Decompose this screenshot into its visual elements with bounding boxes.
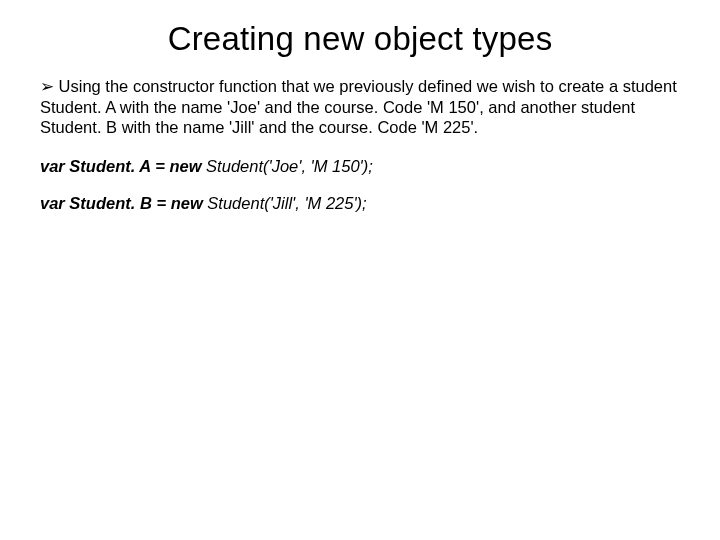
slide: Creating new object types ➢ Using the co… — [0, 0, 720, 540]
bullet-item: ➢ Using the constructor function that we… — [40, 76, 680, 138]
code-line: var Student. A = new Student('Joe', 'M 1… — [40, 156, 680, 177]
bullet-icon: ➢ — [40, 77, 54, 95]
bullet-text: Using the constructor function that we p… — [40, 77, 677, 136]
slide-title: Creating new object types — [40, 20, 680, 58]
code-rest: Student('Jill', 'M 225'); — [207, 194, 366, 212]
code-lead: var Student. A = new — [40, 157, 206, 175]
slide-body: ➢ Using the constructor function that we… — [40, 76, 680, 213]
code-line: var Student. B = new Student('Jill', 'M … — [40, 193, 680, 214]
code-lead: var Student. B = new — [40, 194, 207, 212]
code-rest: Student('Joe', 'M 150'); — [206, 157, 373, 175]
